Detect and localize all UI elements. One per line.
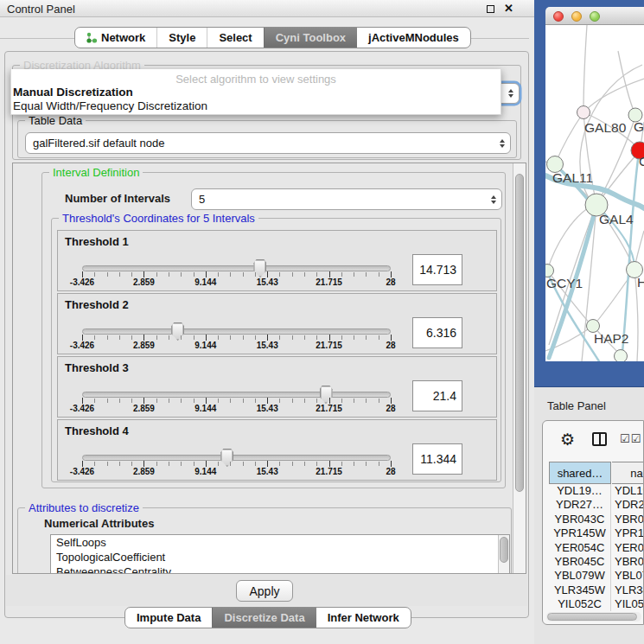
network-node-label: GAL11: [552, 170, 593, 185]
algorithm-option-equal-width[interactable]: Equal Width/Frequency Discretization: [11, 99, 501, 113]
control-panel-titlebar: Control Panel ✕: [0, 0, 534, 17]
thresholds-group: Threshold's Coordinates for 5 Intervals …: [51, 218, 501, 482]
cell-shared-name: YLR345W: [549, 583, 611, 597]
network-node[interactable]: [577, 106, 590, 119]
number-of-intervals-combobox[interactable]: 5: [191, 188, 502, 210]
control-panel-title: Control Panel: [7, 3, 75, 16]
cell-shared-name: YIL052C: [549, 597, 611, 611]
table-row[interactable]: YDR27…YDR27: [549, 498, 644, 512]
attribute-list-item[interactable]: BetweennessCentrality: [51, 564, 509, 574]
mac-minimize-icon[interactable]: [571, 11, 582, 22]
cell-name: YIL052C: [611, 597, 644, 611]
slider-ticks-major: [82, 271, 392, 277]
list-scrollbar-track[interactable]: [498, 535, 509, 574]
table-row[interactable]: YBR045CYBR045C: [549, 555, 644, 569]
columns-icon[interactable]: [592, 432, 607, 446]
cell-shared-name: YPR145W: [549, 526, 611, 540]
tab-network[interactable]: Network: [75, 28, 156, 48]
network-node-label: GAL4: [599, 212, 634, 226]
tick-label: 21.715: [316, 277, 342, 287]
slider-track[interactable]: [82, 455, 391, 461]
cell-name: YBL079W: [611, 569, 644, 583]
threshold-value-field[interactable]: 14.713: [412, 254, 462, 285]
tick-label: 2.859: [133, 404, 155, 413]
float-window-icon[interactable]: [487, 5, 494, 13]
checkboxes-icon[interactable]: ☑☑: [620, 432, 641, 445]
numerical-attributes-label: Numerical Attributes: [44, 517, 154, 530]
table-row[interactable]: YBR043CYBR043C: [549, 513, 644, 526]
settings-scrollbar-thumb[interactable]: [515, 174, 524, 492]
network-edge[interactable]: [556, 112, 583, 163]
tab-impute-data[interactable]: Impute Data: [125, 608, 212, 628]
tick-label: 15.43: [257, 341, 278, 350]
mac-close-icon[interactable]: [553, 11, 564, 22]
network-window-titlebar: [545, 7, 644, 25]
tab-infer-network[interactable]: Infer Network: [316, 608, 411, 628]
tick-label: 2.859: [133, 467, 155, 476]
table-row[interactable]: YPR145WYPR145W: [549, 526, 644, 540]
algorithm-option-manual[interactable]: Manual Discretization: [11, 86, 501, 99]
gear-icon[interactable]: ⚙: [560, 430, 575, 450]
tab-discretize-data[interactable]: Discretize Data: [212, 608, 316, 628]
threshold-value-field[interactable]: 6.316: [412, 317, 462, 348]
combo-arrows-icon: [503, 89, 519, 98]
table-hscrollbar-thumb[interactable]: [547, 613, 637, 621]
network-node-label: GAL80: [584, 120, 627, 135]
threshold-panel: Threshold 3 21.4 -3.4262.8599.14415.4321…: [57, 356, 497, 418]
algorithm-dropdown-popup: Select algorithm to view settings Manual…: [10, 69, 501, 115]
numerical-attributes-list[interactable]: SelfLoopsTopologicalCoefficientBetweenne…: [50, 534, 510, 574]
table-row[interactable]: YLR345WYLR345W: [549, 583, 644, 597]
tick-label: -3.426: [70, 467, 94, 476]
table-data-combobox[interactable]: galFiltered.sif default node: [25, 132, 511, 154]
list-scrollbar-thumb[interactable]: [500, 537, 508, 563]
tab-style[interactable]: Style: [156, 28, 207, 48]
apply-button[interactable]: Apply: [236, 580, 293, 602]
tab-cyni-toolbox[interactable]: Cyni Toolbox: [264, 28, 357, 48]
network-node-label: HAP2: [594, 331, 629, 346]
cell-name: YDR27: [611, 498, 644, 512]
slider-track[interactable]: [82, 265, 391, 271]
tab-label: Discretize Data: [224, 611, 304, 624]
column-header-shared-name[interactable]: shared…: [549, 462, 611, 484]
threshold-value-field[interactable]: 21.4: [412, 380, 462, 411]
network-node-label: H: [637, 275, 644, 290]
threshold-label: Threshold 2: [65, 298, 129, 311]
close-icon[interactable]: ✕: [504, 2, 513, 15]
cell-name: YLR345W: [611, 583, 644, 597]
table-panel-title: Table Panel: [547, 399, 606, 412]
threshold-label: Threshold 3: [65, 361, 129, 374]
table-row[interactable]: YBL079WYBL079W: [549, 569, 644, 583]
algorithm-hint-option[interactable]: Select algorithm to view settings: [11, 69, 501, 86]
tabbar-line-left: [0, 38, 76, 39]
network-edge[interactable]: [583, 25, 587, 112]
tick-label: -3.426: [70, 277, 94, 287]
table-panel-area: Table Panel ⚙ ☑☑ shared… name YDL19…YDL1…: [534, 386, 644, 644]
interval-definition-label: Interval Definition: [49, 166, 143, 179]
table-hscrollbar-track[interactable]: [546, 612, 641, 622]
settings-scrollbar-track[interactable]: [513, 163, 526, 573]
threshold-label: Threshold 4: [65, 424, 129, 437]
app-root: Control Panel ✕ NetworkStyleSelectCyni T…: [0, 0, 644, 644]
attribute-list-item[interactable]: TopologicalCoefficient: [51, 550, 509, 564]
tick-label: 2.859: [133, 341, 155, 350]
network-node-label: C: [639, 154, 644, 169]
tick-label: 28: [386, 404, 395, 413]
attribute-list-item[interactable]: SelfLoops: [51, 535, 509, 550]
table-data-group: Table Data galFiltered.sif default node: [17, 120, 517, 158]
table-row[interactable]: YER054CYER054C: [549, 541, 644, 555]
slider-track[interactable]: [82, 328, 391, 335]
tick-label: 21.715: [316, 404, 342, 413]
slider-track[interactable]: [82, 392, 391, 398]
tab-jactivemnodules[interactable]: jActiveMNodules: [357, 28, 470, 48]
tab-select[interactable]: Select: [207, 28, 263, 48]
network-edge-highlighted[interactable]: [622, 153, 639, 361]
threshold-value-field[interactable]: 11.344: [412, 443, 462, 475]
interval-definition-group: Interval Definition Number of Intervals …: [41, 172, 506, 488]
network-node[interactable]: [615, 350, 628, 362]
table-row[interactable]: YIL052CYIL052C: [549, 597, 644, 611]
tick-label: 15.43: [257, 277, 278, 287]
mac-zoom-icon[interactable]: [590, 11, 600, 22]
table-row[interactable]: YDL19…YDL19: [549, 484, 644, 498]
network-canvas[interactable]: GAL80GALCGAL11GAL4HGCY1HAP2: [545, 25, 644, 361]
column-header-name[interactable]: name: [612, 462, 644, 484]
